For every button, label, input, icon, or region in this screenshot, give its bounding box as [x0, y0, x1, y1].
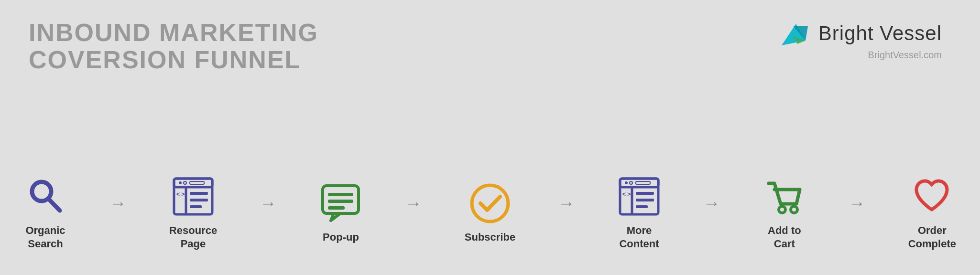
- svg-rect-9: [190, 192, 208, 195]
- svg-rect-14: [190, 181, 204, 184]
- svg-line-4: [48, 199, 60, 211]
- popup-icon: [319, 182, 362, 225]
- svg-rect-16: [328, 193, 353, 196]
- title-line1: INBOUND MARKETING: [29, 19, 318, 46]
- organic-search-label: OrganicSearch: [25, 224, 65, 251]
- bright-vessel-logo-icon: [779, 19, 813, 48]
- svg-text:< >: < >: [176, 191, 185, 198]
- svg-rect-24: [636, 192, 654, 195]
- logo-row: Bright Vessel: [779, 19, 942, 48]
- search-icon: [24, 175, 67, 218]
- subscribe-label: Subscribe: [465, 231, 515, 244]
- svg-point-12: [179, 181, 182, 184]
- page-container: INBOUND MARKETING COVERSION FUNNEL Brigh…: [0, 0, 980, 275]
- arrow-4: →: [558, 193, 575, 213]
- svg-rect-29: [636, 181, 650, 184]
- svg-text:< >: < >: [622, 191, 631, 198]
- svg-rect-10: [190, 199, 208, 201]
- resource-page-label: ResourcePage: [169, 224, 217, 251]
- funnel-row: OrganicSearch → < >: [24, 175, 956, 251]
- arrow-1: →: [109, 193, 127, 213]
- subscribe-icon: [468, 182, 512, 225]
- title-line2: COVERSION FUNNEL: [29, 46, 318, 74]
- svg-point-28: [630, 181, 632, 184]
- title-block: INBOUND MARKETING COVERSION FUNNEL: [29, 19, 318, 74]
- svg-point-13: [184, 181, 186, 184]
- svg-point-27: [625, 181, 628, 184]
- heart-icon: [911, 175, 954, 218]
- funnel-item-order-complete: OrderComplete: [908, 175, 956, 251]
- funnel-item-popup: Pop-up: [319, 182, 362, 244]
- svg-point-30: [779, 206, 785, 213]
- svg-rect-11: [190, 205, 202, 208]
- arrow-6: →: [849, 193, 866, 213]
- funnel-item-resource-page: < > ResourcePage: [169, 175, 217, 251]
- funnel-item-subscribe: Subscribe: [465, 182, 515, 244]
- arrow-3: →: [405, 193, 422, 213]
- svg-rect-18: [328, 206, 345, 210]
- logo-name: Bright Vessel: [818, 22, 942, 45]
- logo-block: Bright Vessel BrightVessel.com: [779, 19, 942, 61]
- arrow-5: →: [703, 193, 720, 213]
- more-content-icon: < >: [618, 175, 661, 218]
- funnel-item-add-to-cart: Add toCart: [763, 175, 806, 251]
- webpage-icon: < >: [172, 175, 215, 218]
- more-content-label: MoreContent: [619, 224, 659, 251]
- funnel-item-more-content: < > MoreContent: [618, 175, 661, 251]
- order-complete-label: OrderComplete: [908, 224, 956, 251]
- svg-point-19: [472, 185, 508, 222]
- funnel-item-organic-search: OrganicSearch: [24, 175, 67, 251]
- svg-point-31: [791, 206, 797, 213]
- arrow-2: →: [260, 193, 277, 213]
- cart-icon: [763, 175, 806, 218]
- popup-label: Pop-up: [323, 231, 359, 244]
- svg-rect-25: [636, 199, 654, 201]
- logo-url: BrightVessel.com: [868, 50, 942, 61]
- add-to-cart-label: Add toCart: [768, 224, 801, 251]
- svg-rect-17: [328, 200, 353, 203]
- svg-rect-26: [636, 205, 648, 208]
